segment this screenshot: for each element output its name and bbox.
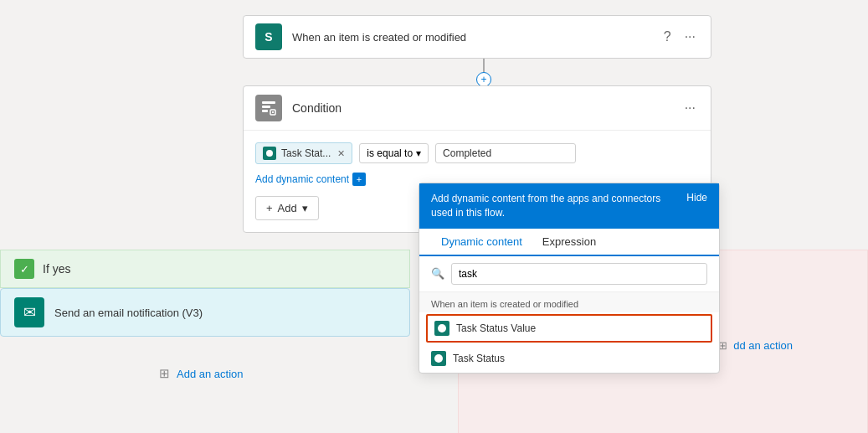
check-icon: ✓ [14,259,34,279]
svg-point-8 [434,354,443,363]
email-block[interactable]: ✉ Send an email notification (V3) [0,288,410,337]
task-chip-icon [263,147,276,160]
dynamic-item-task-status[interactable]: Task Status [419,344,719,373]
if-yes-section: ✓ If yes [0,250,410,288]
dynamic-section-label: When an item is created or modified [419,292,719,312]
svg-rect-2 [262,110,268,112]
email-icon: ✉ [14,297,44,327]
condition-row: Task Stat... ✕ is equal to ▾ [255,142,699,164]
dynamic-panel-header: Add dynamic content from the apps and co… [419,183,719,229]
if-yes-label: If yes [43,262,70,276]
canvas: S When an item is created or modified ? … [0,0,868,433]
svg-point-6 [266,150,273,157]
dynamic-item-task-status-value[interactable]: Task Status Value [426,314,712,343]
add-button[interactable]: + Add ▾ [255,196,319,220]
add-btn-chevron: ▾ [302,202,308,214]
task-status-chip[interactable]: Task Stat... ✕ [255,142,352,164]
svg-point-7 [438,324,446,332]
search-input[interactable] [451,263,707,285]
task-chip-remove[interactable]: ✕ [337,148,345,159]
add-btn-plus: + [266,202,273,214]
trigger-help-button[interactable]: ? [660,28,675,46]
condition-more-button[interactable]: ··· [681,99,699,117]
condition-icon [255,95,282,121]
tab-dynamic-content[interactable]: Dynamic content [431,229,532,256]
email-label: Send an email notification (V3) [54,307,203,319]
task-status-value-icon [434,321,449,336]
trigger-label: When an item is created or modified [292,31,660,44]
dynamic-panel: Add dynamic content from the apps and co… [419,183,720,374]
tab-expression[interactable]: Expression [532,229,606,255]
operator-dropdown[interactable]: is equal to ▾ [359,143,429,163]
dynamic-tabs: Dynamic content Expression [419,229,719,256]
condition-header: Condition ··· [244,86,711,131]
dynamic-search: 🔍 [419,256,719,292]
svg-rect-1 [262,106,270,108]
add-action-button[interactable]: ⊞ Add an action [159,366,244,381]
trigger-actions: ? ··· [660,28,699,46]
trigger-icon: S [255,23,282,50]
task-status-icon [431,351,446,366]
search-icon: 🔍 [431,267,444,280]
add-dynamic-icon: + [352,173,366,186]
connector-line [483,59,485,72]
trigger-block: S When an item is created or modified ? … [243,15,711,59]
svg-rect-0 [262,101,275,104]
condition-title: Condition [292,101,681,115]
add-action-icon: ⊞ [159,366,170,381]
trigger-more-button[interactable]: ··· [681,28,699,46]
right-add-action[interactable]: ⊞ dd an action [718,339,793,352]
value-input[interactable] [435,143,576,163]
hide-button[interactable]: Hide [686,192,707,204]
